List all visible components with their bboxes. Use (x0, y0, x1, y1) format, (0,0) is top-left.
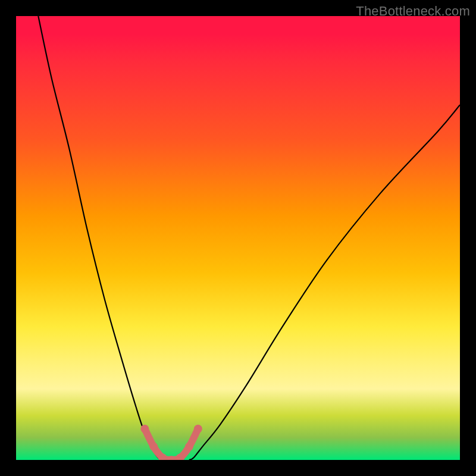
chart-svg (16, 16, 460, 460)
trough-dot (194, 425, 202, 433)
trough-dot (185, 443, 193, 451)
plot-area (16, 16, 460, 460)
right-curve (189, 105, 460, 460)
trough-dot (149, 443, 158, 451)
trough-dot (140, 425, 149, 433)
left-curve (38, 16, 162, 460)
chart-frame: TheBottleneck.com (0, 0, 476, 476)
